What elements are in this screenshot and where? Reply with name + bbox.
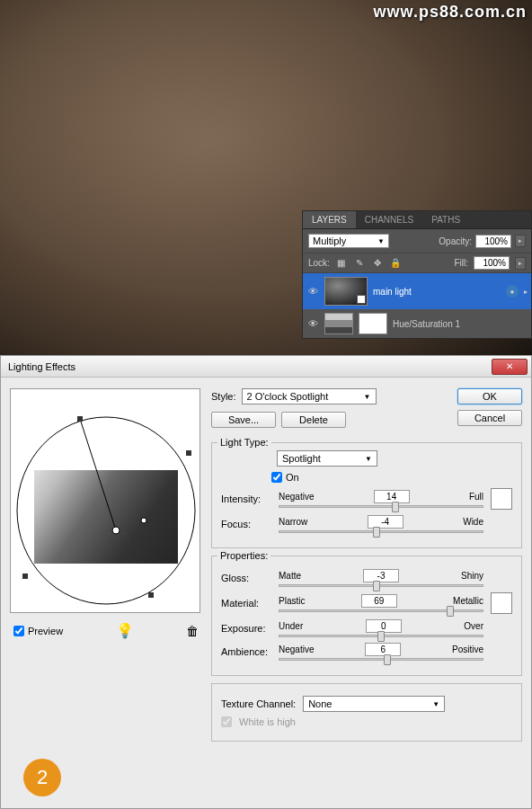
light-color-swatch[interactable] (491, 488, 512, 510)
close-button[interactable]: ✕ (492, 359, 528, 375)
exposure-slider[interactable] (279, 635, 483, 637)
dialog-title: Lighting Effects (8, 361, 75, 372)
chevron-down-icon: ▼ (364, 393, 371, 401)
svg-rect-6 (148, 592, 154, 598)
ambience-left: Negative (279, 645, 314, 654)
texture-channel-select[interactable]: None ▼ (303, 696, 445, 712)
cancel-button[interactable]: Cancel (457, 410, 522, 426)
on-label: On (286, 472, 299, 483)
lighting-effects-dialog: Lighting Effects ✕ (0, 355, 532, 809)
on-checkbox[interactable]: On (271, 472, 512, 483)
blend-mode-value: Multiply (313, 236, 346, 246)
style-label: Style: (211, 391, 236, 402)
intensity-left: Negative (279, 492, 314, 502)
tab-layers[interactable]: LAYERS (303, 211, 356, 228)
blend-mode-select[interactable]: Multiply ▼ (308, 234, 389, 248)
visibility-toggle[interactable]: 👁 (306, 317, 319, 330)
opacity-flyout[interactable]: ▸ (515, 235, 526, 247)
focus-left: Narrow (279, 517, 307, 527)
focus-slider[interactable] (279, 530, 483, 533)
tab-channels[interactable]: CHANNELS (356, 211, 422, 228)
ambience-slider[interactable] (279, 658, 483, 661)
visibility-toggle[interactable]: 👁 (306, 285, 319, 298)
trash-icon[interactable]: 🗑 (186, 624, 199, 638)
intensity-right: Full (469, 492, 483, 502)
gloss-right: Shiny (461, 571, 483, 581)
opacity-label: Opacity: (439, 236, 472, 246)
texture-channel-group: Texture Channel: None ▼ White is high (211, 683, 522, 742)
texture-channel-value: None (308, 698, 332, 709)
material-input[interactable]: 69 (361, 594, 397, 608)
lock-move-icon[interactable]: ✥ (371, 257, 384, 270)
material-label: Material: (221, 598, 271, 609)
ok-button[interactable]: OK (457, 388, 522, 404)
ambience-label: Ambience: (221, 646, 271, 657)
panel-tabs: LAYERS CHANNELS PATHS (303, 211, 531, 229)
lock-all-icon[interactable]: 🔒 (389, 257, 402, 270)
focus-right: Wide (463, 517, 483, 527)
material-left: Plastic (279, 596, 305, 606)
light-type-select[interactable]: Spotlight ▼ (277, 450, 377, 467)
on-checkbox-input[interactable] (271, 472, 282, 483)
layer-name[interactable]: Hue/Saturation 1 (393, 319, 528, 329)
intensity-slider[interactable] (279, 505, 483, 508)
lightbulb-icon[interactable]: 💡 (116, 622, 134, 639)
preview-area[interactable] (10, 388, 200, 613)
layers-panel: LAYERS CHANNELS PATHS Multiply ▼ Opacity… (302, 210, 532, 339)
step-badge: 2 (23, 759, 61, 796)
save-button[interactable]: Save... (211, 412, 276, 428)
watermark: www.ps88.com.cn (374, 3, 527, 22)
white-is-high-label: White is high (239, 716, 296, 727)
exposure-right: Over (464, 621, 483, 631)
fill-flyout[interactable]: ▸ (515, 257, 526, 270)
light-type-group: Light Type: Spotlight ▼ On Intensity: (211, 442, 522, 548)
layer-style-icon[interactable]: ● (506, 285, 519, 298)
style-select[interactable]: 2 O'clock Spotlight ▼ (242, 388, 377, 404)
preview-checkbox-input[interactable] (13, 626, 24, 636)
lock-transparent-icon[interactable]: ▦ (335, 257, 348, 270)
light-type-label: Light Type: (217, 437, 271, 448)
dialog-titlebar[interactable]: Lighting Effects ✕ (1, 356, 531, 378)
preview-checkbox[interactable]: Preview (13, 626, 63, 636)
style-value: 2 O'clock Spotlight (247, 391, 329, 402)
material-right: Metallic (453, 596, 483, 606)
chevron-down-icon: ▼ (432, 700, 439, 708)
svg-line-1 (80, 419, 116, 530)
gloss-input[interactable]: -3 (363, 569, 399, 582)
lock-brush-icon[interactable]: ✎ (353, 257, 366, 270)
exposure-label: Exposure: (221, 623, 271, 634)
texture-channel-label: Texture Channel: (221, 698, 296, 709)
adjustment-thumbnail[interactable] (324, 313, 353, 334)
svg-point-3 (141, 518, 146, 523)
svg-point-0 (17, 417, 195, 604)
lock-label: Lock: (308, 258, 330, 268)
exposure-left: Under (279, 621, 303, 631)
properties-label: Properties: (217, 550, 270, 561)
layer-thumbnail[interactable] (324, 277, 368, 306)
gloss-left: Matte (279, 571, 301, 581)
ambience-right: Positive (452, 645, 483, 654)
white-is-high-input (221, 716, 232, 727)
layer-row-main-light[interactable]: 👁 main light ● ▸ (303, 273, 531, 309)
layer-name[interactable]: main light (373, 287, 501, 297)
svg-point-2 (112, 527, 120, 534)
preview-label: Preview (28, 626, 63, 636)
delete-button[interactable]: Delete (281, 412, 346, 428)
tab-paths[interactable]: PATHS (422, 211, 469, 228)
gloss-label: Gloss: (221, 573, 271, 583)
chevron-right-icon: ▸ (524, 288, 528, 296)
gloss-slider[interactable] (279, 584, 483, 587)
svg-rect-7 (186, 450, 191, 456)
material-slider[interactable] (279, 609, 483, 612)
layer-row-hue-sat[interactable]: 👁 Hue/Saturation 1 (303, 309, 531, 338)
property-color-swatch[interactable] (491, 592, 512, 614)
opacity-input[interactable]: 100% (475, 235, 511, 248)
fill-label: Fill: (454, 258, 468, 268)
focus-label: Focus: (221, 519, 271, 529)
mask-thumbnail[interactable] (359, 313, 387, 334)
properties-group: Properties: Gloss: Matte -3 Shiny Mater (211, 556, 522, 676)
chevron-down-icon: ▼ (365, 455, 372, 463)
white-is-high-checkbox: White is high (221, 716, 512, 727)
svg-rect-5 (22, 573, 28, 579)
fill-input[interactable]: 100% (474, 256, 510, 270)
